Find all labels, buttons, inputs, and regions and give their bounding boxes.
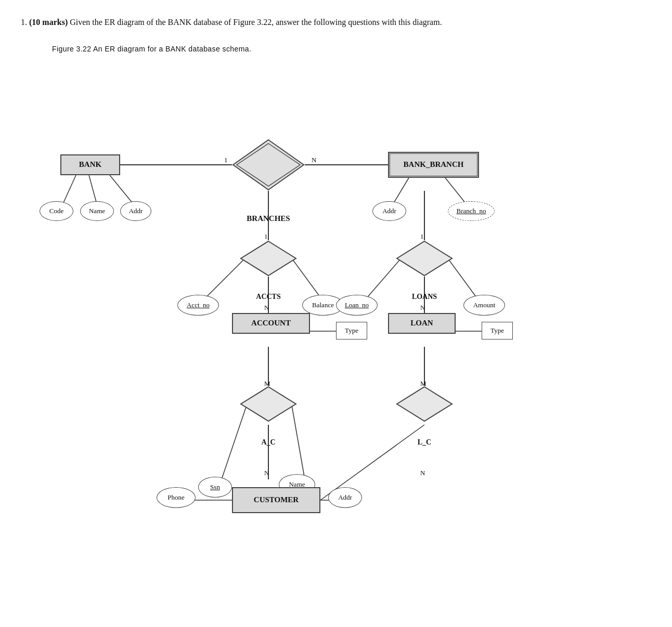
attr-type-loan: Type xyxy=(482,322,513,339)
card-lc-customer: N xyxy=(420,469,425,477)
svg-line-18 xyxy=(110,175,133,204)
attr-addr-branch: Addr xyxy=(372,201,406,221)
svg-line-20 xyxy=(445,178,466,204)
question-body: Given the ER diagram of the BANK databas… xyxy=(70,18,442,27)
card-accts-account: N xyxy=(264,304,269,312)
relationship-ac: A_C xyxy=(240,386,297,422)
er-diagram: BANK BRANCHES BANK_BRANCH Code Name Addr… xyxy=(29,63,643,557)
figure-caption: Figure 3.22 An ER diagram for a BANK dat… xyxy=(52,45,651,53)
svg-marker-26 xyxy=(237,143,300,186)
svg-line-6 xyxy=(206,258,245,297)
card-bankbranch-loans: 1 xyxy=(420,232,424,241)
card-loans-loan: N xyxy=(420,304,425,312)
entity-bank-branch: BANK_BRANCH xyxy=(388,152,479,178)
question-text: 1. (10 marks) Given the ER diagram of th… xyxy=(21,16,651,29)
entity-loan: LOAN xyxy=(388,313,456,334)
svg-marker-28 xyxy=(397,241,452,276)
attr-acct-no: Acct_no xyxy=(177,295,219,316)
attr-type-account: Type xyxy=(336,322,367,339)
entity-bank: BANK xyxy=(60,154,120,175)
relationship-lc: L_C xyxy=(396,386,453,422)
card-account-ac: M xyxy=(264,380,270,388)
relationship-branches: BRANCHES xyxy=(232,139,305,191)
attr-branch-no: Branch_no xyxy=(448,201,495,221)
question-number: 1. xyxy=(21,18,27,27)
question-marks: (10 marks) xyxy=(29,18,68,27)
attr-amount: Amount xyxy=(463,295,505,316)
attr-addr-bank: Addr xyxy=(120,201,151,221)
svg-line-19 xyxy=(393,178,409,204)
card-loan-lc: M xyxy=(420,380,427,388)
attr-ssn: Ssn xyxy=(198,477,232,498)
relationship-accts: ACCTS xyxy=(240,240,297,277)
attr-phone: Phone xyxy=(157,487,196,508)
entity-account: ACCOUNT xyxy=(232,313,310,334)
svg-marker-30 xyxy=(397,387,452,421)
svg-line-16 xyxy=(63,175,76,204)
svg-line-17 xyxy=(89,175,97,204)
attr-name-bank: Name xyxy=(80,201,114,221)
svg-marker-27 xyxy=(241,241,296,276)
card-branches-bank: 1 xyxy=(224,156,228,164)
entity-customer: CUSTOMER xyxy=(232,487,320,513)
card-branches-accts: 1 xyxy=(264,232,268,241)
relationship-loans: LOANS xyxy=(396,240,453,277)
svg-marker-29 xyxy=(241,387,296,421)
attr-loan-no: Loan_no xyxy=(336,295,378,316)
attr-code: Code xyxy=(40,201,73,221)
card-branches-bankbranch: N xyxy=(312,156,316,164)
attr-addr-customer: Addr xyxy=(328,487,362,508)
card-ac-customer: N xyxy=(264,469,269,477)
